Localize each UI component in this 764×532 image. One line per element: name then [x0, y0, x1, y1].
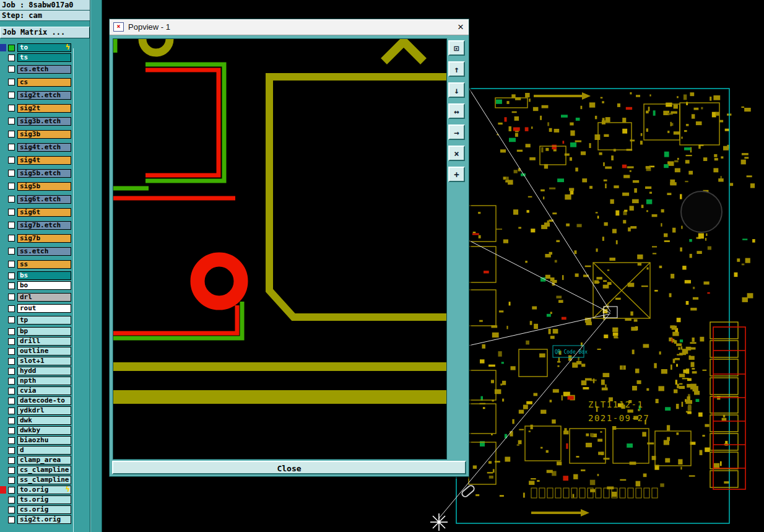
- layer-visibility-checkbox[interactable]: [8, 487, 15, 494]
- layer-visibility-checkbox[interactable]: [8, 66, 15, 72]
- layer-name-outline[interactable]: outline: [17, 347, 71, 355]
- layer-name-bs[interactable]: bs: [17, 271, 71, 280]
- layer-name-ts[interactable]: ts: [17, 53, 71, 62]
- popview-close-icon[interactable]: ×: [458, 22, 464, 32]
- layer-name-rout[interactable]: rout: [17, 304, 71, 313]
- layer-name-ss[interactable]: ss: [17, 260, 71, 269]
- layer-visibility-checkbox[interactable]: [8, 294, 15, 300]
- scroll-right-button[interactable]: →: [448, 124, 465, 140]
- layer-name-d[interactable]: d: [17, 446, 71, 455]
- layer-name-clamp_area[interactable]: clamp_area: [17, 456, 71, 464]
- layer-name-cs[interactable]: cs: [17, 78, 71, 87]
- layer-visibility-checkbox[interactable]: [8, 105, 15, 111]
- layer-name-npth[interactable]: npth: [17, 377, 71, 385]
- layer-visibility-checkbox[interactable]: [8, 235, 15, 242]
- layer-name-ydkdrl[interactable]: ydkdrl: [17, 406, 71, 415]
- job-matrix-button[interactable]: Job Matrix ...: [0, 27, 90, 38]
- popview-close-button[interactable]: Close: [112, 461, 466, 474]
- layer-name-ts.orig[interactable]: ts.orig: [17, 495, 71, 504]
- layer-visibility-checkbox[interactable]: [8, 261, 15, 268]
- layer-name-ss.etch[interactable]: ss.etch: [17, 247, 71, 256]
- layer-visibility-checkbox[interactable]: [8, 338, 15, 345]
- layer-visibility-checkbox[interactable]: [8, 196, 15, 203]
- popview-titlebar[interactable]: × Popview - 1 ×: [110, 19, 469, 35]
- layer-visibility-checkbox[interactable]: [8, 378, 15, 385]
- layer-visibility-checkbox[interactable]: [8, 131, 15, 137]
- layer-visibility-checkbox[interactable]: [8, 183, 15, 190]
- layer-name-biaozhu[interactable]: biaozhu: [17, 436, 71, 445]
- layer-name-sig2t.orig[interactable]: sig2t.orig: [17, 515, 71, 524]
- layer-name-cvia[interactable]: cvia: [17, 386, 71, 395]
- layer-list: toϟtscs.etchcssig2t.etchsig2tsig3b.etchs…: [0, 43, 90, 525]
- layer-name-cs_clampline[interactable]: cs_clampline: [17, 466, 71, 474]
- layer-visibility-checkbox[interactable]: [8, 457, 15, 464]
- layer-name-tp[interactable]: tp: [17, 316, 71, 325]
- layer-name-dwk[interactable]: dwk: [17, 416, 71, 425]
- layer-visibility-checkbox[interactable]: [8, 273, 15, 279]
- sidebar-splitter[interactable]: [90, 0, 102, 532]
- layer-visibility-checkbox[interactable]: [8, 144, 15, 150]
- layer-name-sig3b.etch[interactable]: sig3b.etch: [17, 117, 71, 126]
- layer-name-bo[interactable]: bo: [17, 281, 71, 290]
- layer-name-sig3b[interactable]: sig3b: [17, 130, 71, 139]
- layer-name-hydd[interactable]: hydd: [17, 367, 71, 375]
- layer-name-datecode-to[interactable]: datecode-to: [17, 396, 71, 405]
- layer-name-sig5b[interactable]: sig5b: [17, 182, 71, 191]
- scroll-up-button[interactable]: ↑: [448, 61, 465, 77]
- layer-visibility-checkbox[interactable]: [8, 398, 15, 404]
- layer-visibility-checkbox[interactable]: [8, 118, 15, 124]
- layer-name-bp[interactable]: bp: [17, 327, 71, 336]
- scroll-down-button[interactable]: ↓: [448, 82, 465, 98]
- layer-visibility-checkbox[interactable]: [8, 358, 15, 365]
- layer-name-sig6t.etch[interactable]: sig6t.etch: [17, 195, 71, 204]
- layer-visibility-checkbox[interactable]: [8, 517, 15, 523]
- scroll-horizontal-button[interactable]: ↔: [448, 103, 465, 119]
- zoom-home-button[interactable]: ×: [448, 146, 465, 161]
- layer-visibility-checkbox[interactable]: [8, 408, 15, 414]
- layer-name-sig4t.etch[interactable]: sig4t.etch: [17, 143, 71, 152]
- layer-visibility-checkbox[interactable]: [8, 157, 15, 164]
- layer-name-dwkby[interactable]: dwkby: [17, 426, 71, 435]
- popview-canvas[interactable]: [113, 38, 447, 460]
- layer-visibility-checkbox[interactable]: [8, 437, 15, 444]
- layer-name-sig2t.etch[interactable]: sig2t.etch: [17, 91, 71, 100]
- layer-visibility-checkbox[interactable]: [8, 507, 15, 513]
- layer-visibility-checkbox[interactable]: [8, 170, 15, 177]
- layer-name-cs.etch[interactable]: cs.etch: [17, 65, 71, 74]
- layer-visibility-checkbox[interactable]: [8, 222, 15, 229]
- layer-name-sig4t[interactable]: sig4t: [17, 156, 71, 165]
- layer-visibility-checkbox[interactable]: [8, 92, 15, 98]
- layer-visibility-checkbox[interactable]: [8, 417, 15, 424]
- layer-visibility-checkbox[interactable]: [8, 328, 15, 335]
- layer-visibility-checkbox[interactable]: [8, 427, 15, 434]
- layer-name-sig5b.etch[interactable]: sig5b.etch: [17, 169, 71, 178]
- layer-name-sig7b.etch[interactable]: sig7b.etch: [17, 221, 71, 230]
- layer-visibility-checkbox[interactable]: [8, 477, 15, 484]
- layer-name-to[interactable]: toϟ: [17, 43, 71, 52]
- duplicate-view-button[interactable]: ⊡: [448, 40, 465, 56]
- layer-visibility-checkbox[interactable]: [8, 305, 15, 312]
- layer-visibility-checkbox[interactable]: [8, 282, 15, 289]
- layer-visibility-checkbox[interactable]: [8, 447, 15, 454]
- layer-name-ss_clampline[interactable]: ss_clampline: [17, 476, 71, 484]
- pan-view-button[interactable]: +: [448, 167, 465, 182]
- layer-visibility-checkbox[interactable]: [8, 467, 15, 474]
- layer-visibility-checkbox[interactable]: [8, 348, 15, 355]
- layer-visibility-checkbox[interactable]: [8, 248, 15, 255]
- layer-visibility-checkbox[interactable]: [8, 55, 15, 61]
- layer-visibility-checkbox[interactable]: [8, 45, 15, 51]
- layer-name-sig2t[interactable]: sig2t: [17, 104, 71, 113]
- layer-visibility-checkbox[interactable]: [8, 368, 15, 375]
- layer-visibility-checkbox[interactable]: [8, 497, 15, 504]
- layer-name-drill[interactable]: drill: [17, 337, 71, 346]
- layer-name-drl[interactable]: drl: [17, 293, 71, 302]
- layer-name-sig7b[interactable]: sig7b: [17, 234, 71, 243]
- layer-visibility-checkbox[interactable]: [8, 209, 15, 216]
- layer-name-cs.orig[interactable]: cs.orig: [17, 505, 71, 514]
- layer-visibility-checkbox[interactable]: [8, 388, 15, 395]
- layer-visibility-checkbox[interactable]: [8, 316, 15, 323]
- layer-name-slot+1[interactable]: slot+1: [17, 357, 71, 365]
- layer-name-sig6t[interactable]: sig6t: [17, 208, 71, 217]
- layer-name-to.orig[interactable]: to.origϟ: [17, 486, 71, 494]
- layer-visibility-checkbox[interactable]: [8, 79, 15, 85]
